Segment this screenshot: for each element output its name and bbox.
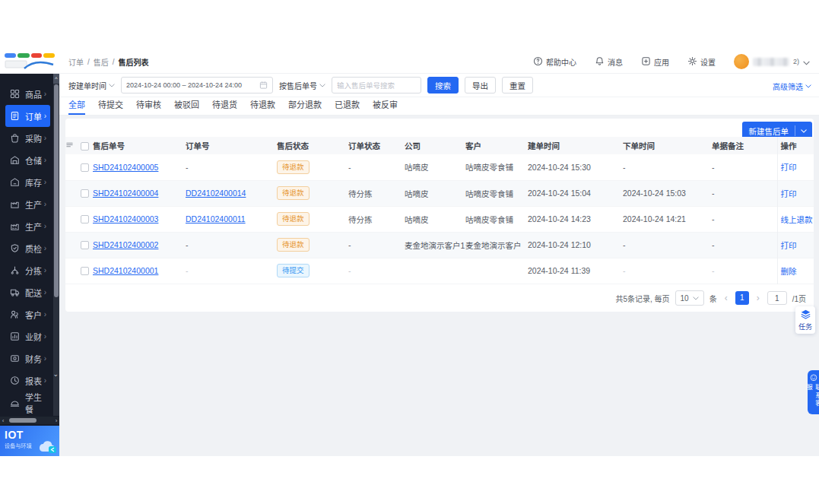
sidebar-item-finance[interactable]: 财务› bbox=[5, 347, 50, 369]
settings-button[interactable]: 设置 bbox=[687, 56, 716, 68]
chevron-right-icon: › bbox=[44, 179, 46, 186]
sidebar-item-production-2[interactable]: 生产› bbox=[5, 215, 50, 237]
tab-pending-review[interactable]: 待审核 bbox=[136, 98, 161, 115]
warehouse-icon bbox=[10, 155, 20, 165]
contact-service-tab[interactable]: 联系客服 bbox=[808, 370, 819, 414]
sidebar-item-customers[interactable]: 客户› bbox=[5, 303, 50, 325]
advanced-filter-link[interactable]: 高级筛选 bbox=[773, 81, 811, 92]
order-no-link[interactable]: DD24102400011 bbox=[186, 214, 246, 223]
chevron-right-icon: › bbox=[44, 157, 46, 164]
sidebar-item-sorting[interactable]: 分拣› bbox=[5, 259, 50, 281]
breadcrumb-aftersale[interactable]: 售后 bbox=[94, 56, 109, 68]
order-no-link[interactable]: DD24102400014 bbox=[186, 189, 246, 198]
reset-button[interactable]: 重置 bbox=[502, 77, 533, 94]
total-pages-label: /1页 bbox=[792, 293, 806, 304]
after-sale-no-link[interactable]: SHD24102400004 bbox=[93, 189, 158, 198]
sidebar-item-quality[interactable]: 质检› bbox=[5, 237, 50, 259]
row-checkbox[interactable] bbox=[81, 189, 89, 198]
task-widget[interactable]: 任务 bbox=[795, 306, 815, 334]
tab-refunded[interactable]: 已退款 bbox=[335, 98, 360, 115]
col-actions: 操作 bbox=[777, 137, 814, 154]
status-badge: 待退款 bbox=[277, 238, 310, 252]
table-row: SHD24102400002 - 待退款 - 麦金地演示客户1 麦金地演示客户 … bbox=[65, 232, 814, 258]
row-checkbox[interactable] bbox=[81, 215, 89, 223]
col-after-sale-no: 售后单号 bbox=[93, 137, 186, 154]
bell-icon bbox=[595, 56, 605, 68]
print-link[interactable]: 打印 bbox=[781, 189, 797, 198]
truck-icon bbox=[10, 287, 20, 297]
row-checkbox[interactable] bbox=[81, 241, 89, 249]
sidebar-item-student-meal[interactable]: 学生餐 bbox=[5, 391, 50, 414]
scroll-down-icon[interactable]: ⌄ bbox=[52, 370, 59, 378]
number-field-select[interactable]: 按售后单号 bbox=[279, 80, 325, 91]
next-page-button[interactable]: › bbox=[754, 293, 762, 303]
chevron-right-icon: › bbox=[44, 245, 46, 252]
prev-page-button[interactable]: ‹ bbox=[722, 293, 730, 303]
user-menu[interactable]: 2) bbox=[734, 54, 810, 69]
inventory-icon bbox=[10, 177, 20, 187]
time-field-select[interactable]: 按建单时间 bbox=[68, 80, 115, 91]
chevron-right-icon: › bbox=[44, 201, 46, 208]
status-tabs: 全部 待提交 待审核 被驳回 待退货 待退款 部分退款 已退款 被反审 bbox=[59, 97, 819, 116]
breadcrumb-orders[interactable]: 订单 bbox=[68, 56, 84, 68]
sidebar-item-delivery[interactable]: 配送› bbox=[5, 281, 50, 303]
page-size-select[interactable]: 10 bbox=[675, 290, 704, 306]
tab-rejected[interactable]: 被驳回 bbox=[174, 98, 199, 115]
search-input[interactable] bbox=[332, 77, 421, 94]
after-sale-no-link[interactable]: SHD24102400003 bbox=[93, 214, 158, 223]
main-content: 按建单时间 2024-10-24 00:00 – 2024-10-24 24:0… bbox=[59, 74, 819, 456]
after-sale-no-link[interactable]: SHD24102400002 bbox=[93, 240, 158, 249]
after-sale-no-link[interactable]: SHD24102400005 bbox=[93, 163, 158, 172]
sidebar-item-warehouse[interactable]: 仓储› bbox=[5, 149, 50, 171]
sidebar-item-orders[interactable]: 订单› bbox=[5, 105, 50, 127]
iot-launcher[interactable]: IOT 设备与环境 bbox=[0, 426, 59, 456]
expand-rows-icon[interactable] bbox=[65, 137, 81, 154]
tab-pending-return[interactable]: 待退货 bbox=[212, 98, 237, 115]
tab-all[interactable]: 全部 bbox=[68, 98, 85, 115]
sidebar-item-reports[interactable]: 报表› bbox=[5, 369, 50, 391]
select-all-checkbox[interactable] bbox=[81, 142, 89, 151]
pagination: 共5条记录, 每页 10 条 ‹ 1 › 1 /1页 bbox=[615, 290, 806, 306]
purchase-icon bbox=[10, 133, 20, 143]
cloud-icon bbox=[38, 439, 58, 454]
tab-pending-submit[interactable]: 待提交 bbox=[98, 98, 123, 115]
online-refund-link[interactable]: 线上退款 bbox=[781, 215, 813, 224]
export-button[interactable]: 导出 bbox=[465, 77, 496, 94]
chevron-right-icon: › bbox=[44, 333, 46, 341]
sidebar-item-production[interactable]: 生产› bbox=[5, 193, 50, 215]
row-checkbox[interactable] bbox=[81, 163, 89, 172]
chevron-right-icon: › bbox=[44, 377, 46, 385]
screenshot-canvas: 订单 / 售后 / 售后列表 帮助中心 消息 应用 设置 bbox=[0, 0, 819, 504]
print-link[interactable]: 打印 bbox=[781, 241, 797, 250]
help-center-button[interactable]: 帮助中心 bbox=[533, 56, 576, 68]
after-sale-no-link[interactable]: SHD24102400001 bbox=[93, 266, 158, 275]
sidebar-horizontal-scrollbar[interactable]: ‹ › bbox=[0, 417, 59, 424]
tab-partial-refund[interactable]: 部分退款 bbox=[288, 98, 322, 115]
tab-review-reverted[interactable]: 被反审 bbox=[373, 98, 398, 115]
page-jump-input[interactable]: 1 bbox=[767, 291, 787, 305]
table-header-row: 售后单号 订单号 售后状态 订单状态 公司 客户 建单时间 下单时间 单据备注 … bbox=[65, 137, 814, 154]
chevron-right-icon: › bbox=[44, 355, 46, 363]
table-row: SHD24102400004 DD24102400014 待退款 待分拣 咕嘀皮… bbox=[65, 180, 814, 206]
sidebar-item-inventory[interactable]: 库存› bbox=[5, 171, 50, 193]
sidebar-item-business-finance[interactable]: 业财› bbox=[5, 325, 50, 347]
scroll-right-icon[interactable]: › bbox=[53, 417, 59, 424]
row-checkbox[interactable] bbox=[81, 267, 89, 275]
sidebar-vertical-scrollbar[interactable]: ^ bbox=[53, 74, 59, 416]
sidebar-item-products[interactable]: 商品› bbox=[5, 83, 50, 105]
after-sale-table: 售后单号 订单号 售后状态 订单状态 公司 客户 建单时间 下单时间 单据备注 … bbox=[65, 137, 814, 284]
products-grid-icon bbox=[10, 89, 20, 99]
print-link[interactable]: 打印 bbox=[781, 163, 797, 172]
col-remark: 单据备注 bbox=[712, 137, 777, 154]
apps-button[interactable]: 应用 bbox=[641, 56, 669, 68]
current-page-button[interactable]: 1 bbox=[735, 291, 749, 305]
scroll-left-icon[interactable]: ‹ bbox=[0, 417, 6, 424]
tab-pending-refund[interactable]: 待退款 bbox=[250, 98, 275, 115]
date-range-input[interactable]: 2024-10-24 00:00 – 2024-10-24 24:00 bbox=[121, 77, 273, 94]
status-badge: 待提交 bbox=[277, 264, 310, 277]
delete-link[interactable]: 删除 bbox=[781, 267, 797, 276]
scroll-up-icon[interactable]: ^ bbox=[53, 74, 59, 84]
sidebar-item-purchase[interactable]: 采购› bbox=[5, 127, 50, 149]
messages-button[interactable]: 消息 bbox=[595, 56, 623, 68]
search-button[interactable]: 搜索 bbox=[427, 77, 459, 94]
